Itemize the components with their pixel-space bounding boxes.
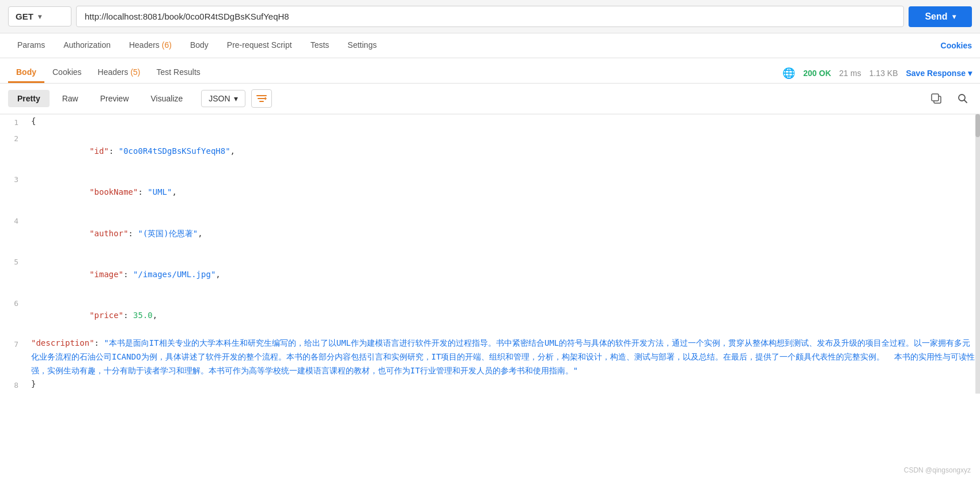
tab-settings[interactable]: Settings	[338, 33, 386, 58]
line-7-content: "description": "本书是面向IT相关专业的大学本科生和研究生编写的…	[29, 337, 980, 377]
line-num-3: 3	[0, 172, 29, 186]
line-1-content: {	[29, 115, 980, 128]
tab-tests[interactable]: Tests	[301, 33, 339, 58]
line-num-1: 1	[0, 115, 29, 129]
line-4-content: "author": "(英国)伦恩著",	[29, 213, 980, 254]
resp-tab-headers[interactable]: Headers (5)	[90, 63, 149, 83]
send-button[interactable]: Send ▾	[909, 6, 972, 27]
scroll-thumb	[975, 114, 980, 137]
url-bar: GET ▾ Send ▾	[0, 0, 980, 33]
description-key: "description"	[31, 338, 94, 347]
json-area-wrapper: 1 { 2 "id": "0co0R4tSDgBsKSufYeqH8", 3 "…	[0, 114, 980, 394]
author-key: "author"	[89, 229, 128, 238]
json-line-8: 8 }	[0, 377, 980, 394]
json-line-6: 6 "price": 35.0,	[0, 296, 980, 337]
json-line-7: 7 "description": "本书是面向IT相关专业的大学本科生和研究生编…	[0, 337, 980, 377]
line-5-content: "image": "/images/UML.jpg",	[29, 254, 980, 295]
price-key: "price"	[89, 311, 123, 320]
resp-tab-cookies[interactable]: Cookies	[44, 63, 90, 83]
json-line-5: 5 "image": "/images/UML.jpg",	[0, 254, 980, 295]
line-8-content: }	[29, 377, 980, 391]
json-area: 1 { 2 "id": "0co0R4tSDgBsKSufYeqH8", 3 "…	[0, 114, 980, 394]
method-label: GET	[16, 12, 33, 21]
headers-badge: (6)	[162, 40, 172, 50]
line-2-content: "id": "0co0R4tSDgBsKSufYeqH8",	[29, 131, 980, 172]
svg-line-6	[964, 100, 967, 103]
globe-icon[interactable]: 🌐	[782, 67, 795, 80]
json-line-2: 2 "id": "0co0R4tSDgBsKSufYeqH8",	[0, 131, 980, 172]
bookname-val: "UML"	[147, 187, 172, 196]
json-line-4: 4 "author": "(英国)伦恩著",	[0, 213, 980, 254]
line-6-content: "price": 35.0,	[29, 296, 980, 337]
format-select[interactable]: JSON ▾	[201, 90, 245, 107]
line-num-6: 6	[0, 296, 29, 310]
price-val: 35.0	[133, 311, 153, 320]
tab-body[interactable]: Body	[181, 33, 218, 58]
scroll-indicator[interactable]	[975, 114, 980, 394]
resp-tab-testresults[interactable]: Test Results	[149, 63, 209, 83]
id-key: "id"	[89, 146, 109, 156]
method-chevron-icon: ▾	[38, 13, 41, 21]
response-tabs-row: Body Cookies Headers (5) Test Results 🌐 …	[0, 58, 980, 84]
line-num-7: 7	[0, 337, 29, 351]
id-val: "0co0R4tSDgBsKSufYeqH8"	[119, 146, 230, 156]
json-line-1: 1 {	[0, 115, 980, 131]
format-bar: Pretty Raw Preview Visualize JSON ▾	[0, 84, 980, 114]
response-time: 21 ms	[839, 69, 861, 78]
tab-headers[interactable]: Headers (6)	[120, 33, 181, 58]
line-3-content: "bookName": "UML",	[29, 172, 980, 213]
status-badge: 200 OK	[803, 69, 831, 78]
description-val: "本书是面向IT相关专业的大学本科生和研究生编写的，给出了以UML作为建模语言进…	[31, 338, 975, 375]
format-chevron-icon: ▾	[234, 94, 238, 103]
pretty-button[interactable]: Pretty	[8, 90, 50, 107]
tab-params[interactable]: Params	[8, 33, 54, 58]
json-line-3: 3 "bookName": "UML",	[0, 172, 980, 213]
tab-authorization[interactable]: Authorization	[54, 33, 120, 58]
cookies-link[interactable]: Cookies	[941, 41, 972, 50]
author-val: "(英国)伦恩著"	[138, 229, 198, 238]
save-response-button[interactable]: Save Response ▾	[906, 69, 973, 78]
tab-prerequest[interactable]: Pre-request Script	[218, 33, 301, 58]
send-label: Send	[925, 12, 947, 22]
line-num-2: 2	[0, 131, 29, 145]
image-val: "/images/UML.jpg"	[133, 270, 215, 279]
format-label: JSON	[209, 94, 230, 103]
image-key: "image"	[89, 270, 123, 279]
line-num-4: 4	[0, 213, 29, 228]
response-size: 1.13 KB	[869, 69, 898, 78]
preview-button[interactable]: Preview	[91, 90, 138, 107]
bookname-key: "bookName"	[89, 187, 138, 196]
resp-headers-badge: (5)	[130, 67, 140, 77]
resp-tab-body[interactable]: Body	[8, 63, 44, 83]
method-select[interactable]: GET ▾	[8, 6, 71, 27]
raw-button[interactable]: Raw	[53, 90, 88, 107]
search-icon[interactable]	[953, 89, 972, 108]
copy-icon[interactable]	[927, 89, 945, 108]
save-response-chevron-icon: ▾	[968, 69, 972, 78]
url-input[interactable]	[76, 6, 904, 27]
send-chevron-icon: ▾	[952, 13, 956, 21]
svg-rect-4	[932, 94, 939, 101]
line-num-8: 8	[0, 377, 29, 392]
response-meta: 🌐 200 OK 21 ms 1.13 KB Save Response ▾	[782, 67, 972, 80]
visualize-button[interactable]: Visualize	[142, 90, 192, 107]
line-num-5: 5	[0, 254, 29, 269]
request-tabs: Params Authorization Headers (6) Body Pr…	[0, 33, 980, 58]
filter-icon[interactable]	[251, 89, 272, 108]
